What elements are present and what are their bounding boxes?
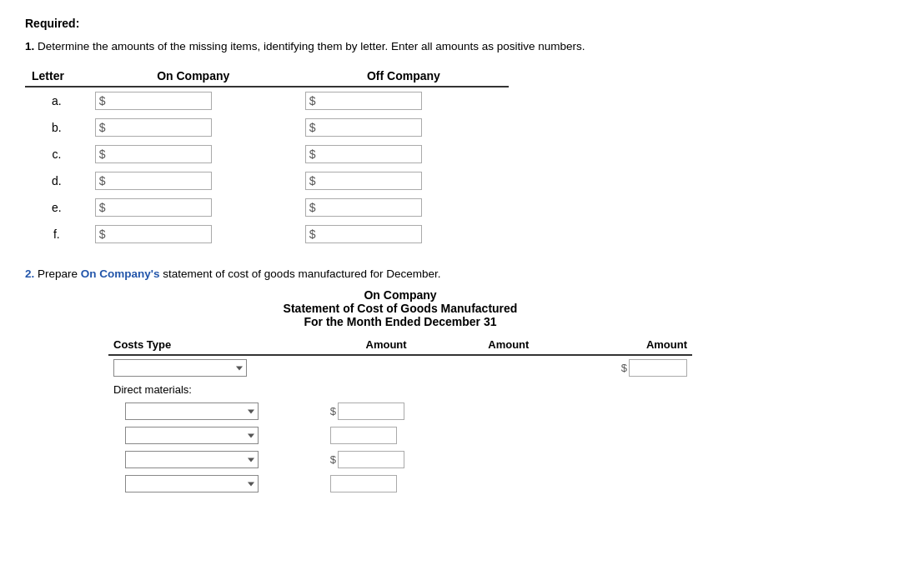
- dollar-sign-sub3: $: [330, 453, 336, 466]
- sub-select-4[interactable]: [129, 478, 254, 490]
- dollar-sign: $: [309, 148, 316, 161]
- table-row: b. $ $: [25, 114, 509, 141]
- sub-amt1-wrap-2: [330, 427, 443, 444]
- off-company-input-c: $: [299, 141, 509, 168]
- off-company-input-f: $: [299, 221, 509, 248]
- col-costs-type-header: Costs Type: [108, 335, 325, 355]
- on-e-input[interactable]: [107, 202, 207, 214]
- amt2-cell-1: [447, 355, 570, 380]
- statement-container: On Company Statement of Cost of Goods Ma…: [108, 288, 692, 496]
- on-a-input[interactable]: [107, 95, 207, 108]
- costs-type-dropdown-1[interactable]: [113, 359, 247, 377]
- stmt-row-1: $: [108, 355, 692, 380]
- off-c-input[interactable]: [318, 148, 418, 161]
- off-b-input[interactable]: [318, 122, 418, 134]
- stmt-direct-materials-row: Direct materials:: [108, 380, 692, 399]
- col-header-on-company: On Company: [88, 66, 299, 87]
- on-d-input[interactable]: [107, 175, 207, 188]
- sub-dropdown-cell-2: [108, 423, 325, 448]
- amt3-cell-1: $: [570, 355, 692, 380]
- amt3-input-wrap-1: $: [575, 359, 687, 377]
- off-a-input[interactable]: [318, 95, 418, 108]
- sub-amt1-input-1[interactable]: [338, 402, 404, 420]
- col-amount2-header: Amount: [447, 335, 570, 355]
- off-f-input[interactable]: [318, 228, 418, 241]
- dollar-sign: $: [99, 121, 106, 134]
- sub-dropdown-2[interactable]: [125, 427, 259, 444]
- on-company-input-f: $: [88, 221, 299, 248]
- stmt-sub-row-4: [108, 472, 692, 496]
- off-e-input[interactable]: [318, 202, 418, 214]
- on-b-input[interactable]: [107, 122, 207, 134]
- off-company-input-e: $: [299, 194, 509, 221]
- stmt-period: For the Month Ended December 31: [108, 315, 692, 328]
- on-company-input-d: $: [88, 168, 299, 194]
- sub-select-2[interactable]: [129, 429, 254, 442]
- sub-amt1-input-4[interactable]: [330, 475, 397, 492]
- dm-amt1: [325, 380, 448, 399]
- stmt-sub-row-3: $: [108, 448, 692, 472]
- table-row: c. $ $: [25, 141, 509, 168]
- off-company-input-a: $: [299, 87, 509, 114]
- letter-f: f.: [25, 221, 88, 248]
- off-company-input-d: $: [299, 168, 509, 194]
- sub-dropdown-cell-3: [108, 448, 325, 472]
- col-header-off-company: Off Company: [299, 66, 509, 87]
- dollar-sign: $: [309, 228, 316, 241]
- col-amount1-header: Amount: [325, 335, 448, 355]
- part2-instruction: 2. Prepare On Company's statement of cos…: [25, 268, 899, 280]
- table-row: d. $ $: [25, 168, 509, 194]
- dm-amt3: [570, 380, 692, 399]
- dollar-sign: $: [99, 201, 106, 214]
- sub-dropdown-3[interactable]: [125, 451, 259, 468]
- sub-amt2-cell-4: [447, 472, 570, 496]
- stmt-sub-row-1: $: [108, 399, 692, 423]
- dollar-sign-sub1: $: [330, 405, 336, 418]
- sub-dropdown-4[interactable]: [125, 475, 259, 492]
- letter-a: a.: [25, 87, 88, 114]
- on-company-input-e: $: [88, 194, 299, 221]
- dollar-sign: $: [309, 201, 316, 214]
- col-header-letter: Letter: [25, 66, 88, 87]
- stmt-table: Costs Type Amount Amount Amount: [108, 335, 692, 496]
- sub-amt2-cell-3: [447, 448, 570, 472]
- on-company-input-c: $: [88, 141, 299, 168]
- dollar-sign: $: [99, 228, 106, 241]
- sub-amt1-input-3[interactable]: [338, 451, 404, 468]
- sub-select-1[interactable]: [129, 405, 254, 418]
- amt3-input-1[interactable]: [629, 359, 687, 377]
- statement-header: On Company Statement of Cost of Goods Ma…: [108, 288, 692, 328]
- dollar-sign: $: [99, 174, 106, 188]
- sub-amt1-input-2[interactable]: [330, 427, 397, 444]
- table-row: a. $ $: [25, 87, 509, 114]
- sub-amt1-wrap-4: [330, 475, 443, 492]
- letter-d: d.: [25, 168, 88, 194]
- dollar-sign: $: [309, 94, 316, 108]
- company-name: On Company: [108, 288, 692, 302]
- stmt-sub-row-2: [108, 423, 692, 448]
- off-d-input[interactable]: [318, 175, 418, 188]
- amt1-cell-1: [325, 355, 448, 380]
- on-f-input[interactable]: [107, 228, 207, 241]
- part2-section: 2. Prepare On Company's statement of cos…: [25, 268, 899, 496]
- dollar-sign: $: [99, 148, 106, 161]
- stmt-header-row: Costs Type Amount Amount Amount: [108, 335, 692, 355]
- off-company-input-b: $: [299, 114, 509, 141]
- sub-amt1-cell-3: $: [325, 448, 448, 472]
- sub-dropdown-1[interactable]: [125, 402, 259, 420]
- stmt-title: Statement of Cost of Goods Manufactured: [108, 302, 692, 315]
- sub-amt3-cell-1: [570, 399, 692, 423]
- required-section: Required: 1. Determine the amounts of th…: [25, 17, 899, 248]
- dm-amt2: [447, 380, 570, 399]
- sub-select-3[interactable]: [129, 453, 254, 466]
- dollar-sign: $: [99, 94, 106, 108]
- sub-amt1-cell-2: [325, 423, 448, 448]
- on-c-input[interactable]: [107, 148, 207, 161]
- on-company-input-a: $: [88, 87, 299, 114]
- sub-amt2-cell-2: [447, 423, 570, 448]
- dollar-sign: $: [309, 174, 316, 188]
- letter-e: e.: [25, 194, 88, 221]
- costs-type-dropdown-cell-1: [108, 355, 325, 380]
- table-row: e. $ $: [25, 194, 509, 221]
- costs-type-select-1[interactable]: [118, 362, 243, 374]
